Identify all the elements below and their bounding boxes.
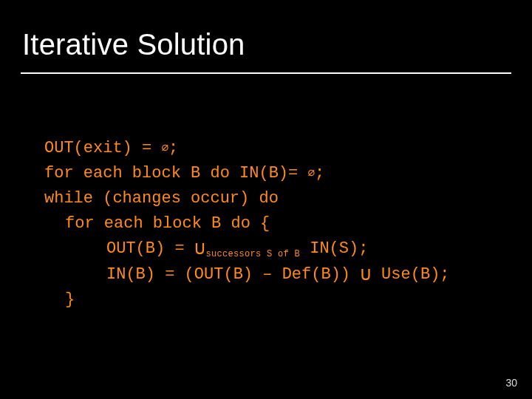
empty-set-symbol: ∅ [307,167,315,180]
code-line-3: while (changes occur) do [44,189,279,208]
code-block: OUT(exit) = ∅; for each block B do IN(B)… [44,111,502,338]
code-line-7: } [44,287,75,313]
union-symbol: ∪ [360,264,372,286]
code-text: ; [315,164,324,183]
title-underline [21,72,511,74]
code-text: OUT(B) = [106,239,194,258]
code-line-1: OUT(exit) = ∅; [44,139,178,157]
slide: Iterative Solution OUT(exit) = ∅; for ea… [0,0,532,399]
code-text: for each block B do IN(B)= [44,164,307,183]
empty-set-symbol: ∅ [161,142,168,155]
union-symbol: ∪ [194,238,206,260]
code-text: IN(B) = (OUT(B) – Def(B)) [106,265,360,284]
code-line-4: for each block B do { [44,211,270,236]
subscript-text: successors S of B [205,250,300,260]
slide-title: Iterative Solution [22,28,245,61]
code-text: Use(B); [372,265,450,284]
code-text: ; [168,139,178,157]
page-number: 30 [505,377,517,389]
code-line-6: IN(B) = (OUT(B) – Def(B)) ∪ Use(B); [44,262,450,287]
code-line-2: for each block B do IN(B)= ∅; [44,164,324,183]
code-line-5: OUT(B) = ∪successors S of B IN(S); [44,236,368,262]
code-text: IN(S); [300,239,368,258]
code-text: OUT(exit) = [44,139,161,157]
